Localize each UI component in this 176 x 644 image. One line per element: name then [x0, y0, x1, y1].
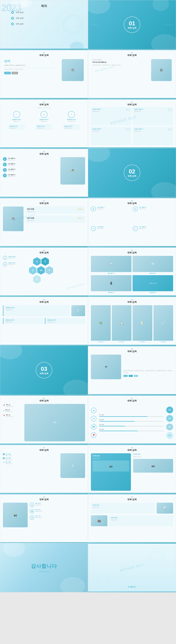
icon-circle-o: ○ [68, 111, 75, 118]
s22-clabel1: 부제목 입력 [93, 504, 153, 506]
icon-bubble: ◻ [41, 111, 47, 118]
s12-label4: 한줄 4를 주기 [133, 292, 173, 293]
s10-label4: 서비 4를 주기 [139, 226, 146, 228]
s17-star2: ✦ [3, 410, 5, 412]
s10-label1: 서비 1를 주기 [97, 206, 105, 208]
s10-grid: ⚙ 서비 1를 주기 내용을 넣으세요 ☰ 서비 2를 주기 내용을 넣으세요 … [91, 206, 173, 244]
s14-label1: 서비 1를 주기 [91, 341, 111, 343]
s7-content: 1 서비 1를 주기 내용을 넣으세요 2 서비 2를 주기 내용을 넣으세요 … [3, 157, 85, 194]
s18-progress3 [99, 426, 163, 426]
s17-pin3: 📍 [3, 414, 5, 417]
s22-photo1: 📊 [157, 503, 173, 514]
s5-block-2: 설명을 넣으세요 내용을 넣으세요 [36, 124, 52, 130]
s10-icon4: ▷ [133, 226, 138, 231]
num-label-s18: 01 [88, 398, 176, 399]
toc-item-2: 제목 입력 [11, 17, 24, 20]
slide-icon-grid: 02 제목 입력 ⚙ 서비 1를 주기 내용을 넣으세요 ☰ 서비 2를 주기 … [88, 198, 176, 247]
s7-item1-text: 서비 1를 주기 내용을 넣으세요 [8, 158, 15, 161]
s18-icon2: ✉ [91, 416, 96, 421]
s10-icon3: ✦ [91, 226, 96, 231]
s7-text4: 내용을 넣으세요 [8, 176, 15, 177]
s19-check1: 텍스 제목 내용을 넣으세요 [3, 453, 58, 456]
num-label-s19: 01 [0, 447, 88, 448]
s12-label1: 한줄 1를 주기 [91, 272, 131, 274]
title-text-s21: 제목 입력 [0, 498, 88, 501]
s18-bar3: 텍스 입력 [99, 424, 163, 426]
section-num: 01 [129, 20, 135, 27]
s21-item2: ◉ 텍스 추가 내용을 넣으세요 [30, 509, 85, 513]
s13-left-text: 내용을 넣으세요 [6, 309, 68, 310]
s6-card4-text: 내용을 넣으세요 [134, 130, 172, 132]
s17-item2-text: 텍스 상 내용을 넣으세요 [5, 409, 12, 412]
s13-b1-accent [3, 318, 4, 324]
slide-rating: 02 제목 입력 📚 400 만원 ★★★★☆ 내용을 넣으세요 400 만원 … [0, 198, 88, 247]
s5-content: 내용을 입력하세요 ♡ 설명을 넣으세요 내용을 넣으세요 ◻ 설명을 넣으세요… [3, 107, 85, 145]
s20-photo2: 📷 [133, 459, 173, 472]
s17-item3: 📍 텍스 상 내용을 넣으세요 [3, 414, 22, 417]
s10-body2: 내용을 넣으세요 [139, 208, 146, 210]
s6-card3-text: 내용을 넣으세요 [92, 130, 130, 132]
num-label-s21: 03 [0, 496, 88, 498]
s16-body: 내용을 입력하세요. 내용을 입력하세요. 내용을 입력하세요. 내용을 입력하… [123, 370, 173, 374]
s16-tag2: 태그 [129, 375, 133, 377]
s7-num3: 3 [3, 168, 7, 172]
s12-cell4: 내용을 넣으세요 한줄 4를 주기 [133, 275, 173, 294]
s24-center: PPTAKE OUT [120, 566, 144, 570]
s17-text3: 내용을 넣으세요 [6, 416, 13, 417]
title-text-s9: 제목 입력 [0, 202, 88, 205]
s5-block3-text: 내용을 넣으세요 [64, 127, 78, 129]
s19-ctext1: 내용을 넣으세요 [5, 455, 12, 456]
s14-label2: 서비 2를 주기 [112, 341, 132, 343]
s18-bars: 텍스 입력 텍스 입력 텍스 입력 텍스 입력 [99, 404, 163, 441]
s18-barlabel3: 텍스 입력 [99, 424, 163, 425]
s3-body: 내용을 입력하세요. 내용을 입력하세요. [4, 64, 59, 66]
s10-label3: 서비 3를 주기 [97, 226, 105, 228]
s5-watermark-text: 내용을 입력하세요 [3, 107, 85, 108]
s21-icon3: ⊕ [30, 515, 34, 520]
s5-icon2-label: 설명을 넣으세요 [39, 119, 49, 120]
cloud-ending-1 [3, 543, 25, 557]
bottom-bar-s24 [88, 592, 176, 592]
slide-icons3: 03 제목 입력 📸 ◎ 텍스 추가 내용을 넣으세요 ◉ 텍스 추가 내용을 … [0, 494, 88, 543]
s9-stars1: ★★★★☆ [77, 208, 84, 210]
s3-btn1[interactable]: 더보기 [4, 72, 11, 74]
s13-b1: 설명을 넣으세요 내용을 넣으세요 [3, 318, 43, 324]
s11-listbody1: 내용을 넣으세요 [8, 257, 16, 259]
s7-item3: 3 서비 3를 주기 내용을 넣으세요 [3, 168, 58, 172]
s11-list2: ◈ 건설팅 내용우기 내용을 넣으세요 [3, 262, 22, 266]
top-bar-s22 [88, 494, 176, 494]
slide-progress: 01 제목 입력 ☁ ✉ ☎ 📌 텍스 입력 텍스 입력 [88, 395, 176, 444]
s12-photo2: 🕶 [133, 256, 173, 272]
s9-card1: 400 만원 ★★★★☆ 내용을 넣으세요 [26, 206, 85, 214]
slide-section-02: 02 제목 입력 [88, 148, 176, 198]
s5-icon3-text: 내용을 넣으세요 [67, 121, 76, 122]
title-bar-s17: 03 제목 입력 [0, 398, 88, 402]
s17-content: 📍 텍스 상 내용을 넣으세요 ✦ 텍스 상 내용을 넣으세요 📍 [3, 404, 85, 441]
s16-tags: 태그 태그 태그 [123, 375, 173, 377]
s6-card2-label: 건설팅 내용우기 [134, 108, 172, 110]
s10-icon1: ⚙ [91, 206, 96, 212]
s24-circle2 [151, 551, 162, 562]
s11-content: ◈ 건설팅 내용우기 내용을 넣으세요 ◈ 건설팅 내용우기 내용을 넣으세요 [3, 256, 85, 293]
s13-left: 설명을 넣으세요 내용을 넣으세요 [3, 305, 70, 316]
s14-photo4: 🖊 [153, 305, 173, 341]
top-bar-s16 [88, 346, 176, 346]
slide-section-03: 03 제목 입력 [0, 346, 88, 395]
s3-btn2[interactable]: 더보기 [12, 72, 18, 74]
bottom-bar-s22 [88, 542, 176, 543]
toc-title: 목차 [0, 4, 88, 8]
top-bar-s21 [0, 494, 88, 494]
cloud-deco-3 [70, 42, 84, 49]
s19-ctext2: 내용을 넣으세요 [5, 459, 12, 460]
s14-col2: 📋 서비 2를 주기 [112, 305, 132, 343]
s22-card1: 부제목 입력 내용을 넣으세요 [91, 503, 155, 514]
s22-clabel2: 부제목 입력 [111, 517, 171, 519]
s21-icon1: ◎ [30, 503, 34, 507]
s21-itext1: 텍스 추가 내용을 넣으세요 [35, 503, 42, 506]
s11-listbody2: 내용을 넣으세요 [8, 264, 16, 265]
s11-listtext2: 건설팅 내용우기 내용을 넣으세요 [8, 262, 16, 265]
s10-label2: 서비 2를 주기 [139, 206, 146, 208]
s24-circle3 [96, 574, 109, 587]
title-text-s4: 제목 입력 [88, 54, 176, 57]
s14-col1: 🌿 서비 1를 주기 [91, 305, 111, 343]
